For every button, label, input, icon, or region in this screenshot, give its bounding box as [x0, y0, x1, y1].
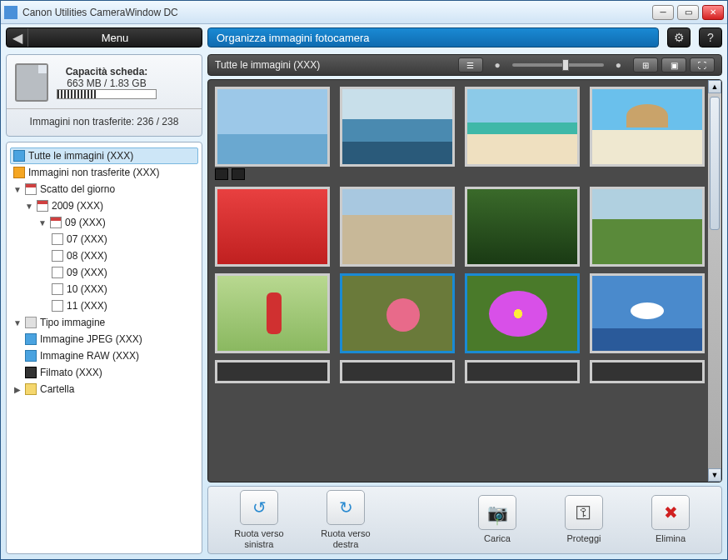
scrollbar-thumb[interactable] — [710, 97, 720, 230]
day-icon — [52, 250, 63, 262]
minimize-button[interactable]: ─ — [652, 5, 674, 20]
tree-label: Immagine JPEG (XXX) — [40, 333, 142, 345]
tree-by-day[interactable]: ▼ Scatto del giorno — [10, 181, 198, 198]
tree-panel: Tutte le immagini (XXX) Immagini non tra… — [6, 142, 202, 554]
thumbnail-view-button[interactable]: ⊞ — [633, 58, 658, 72]
tree-label: 11 (XXX) — [67, 300, 107, 312]
thumbnail[interactable] — [340, 87, 455, 167]
scroll-down-button[interactable]: ▼ — [708, 468, 721, 482]
scroll-up-button[interactable]: ▲ — [708, 80, 721, 93]
caret-icon[interactable]: ▼ — [38, 218, 47, 228]
raw-icon — [25, 350, 37, 362]
rotate-left-icon: ↺ — [240, 490, 278, 525]
tree-untransferred[interactable]: Immagini non trasferite (XXX) — [10, 164, 198, 181]
thumbnail[interactable] — [340, 360, 455, 383]
menu-label: Menu — [28, 32, 202, 44]
action-label: Carica — [484, 533, 511, 544]
rotate-left-button[interactable]: ↺ Ruota verso sinistra — [223, 490, 295, 550]
tree-by-type[interactable]: ▼ Tipo immagine — [10, 314, 198, 331]
thumbnail[interactable] — [215, 273, 330, 353]
thumbnail[interactable] — [215, 87, 330, 167]
action-label: Elimina — [656, 533, 686, 544]
tree-folder[interactable]: ▶ Cartella — [10, 381, 198, 398]
thumbnail[interactable] — [215, 187, 330, 267]
card-info-panel: Capacità scheda: 663 MB / 1.83 GB Immagi… — [6, 54, 202, 137]
day-icon — [52, 283, 63, 295]
thumbnail-selected[interactable] — [340, 273, 455, 353]
help-icon: ? — [707, 31, 714, 44]
thumbnail[interactable] — [215, 360, 330, 383]
tree-month[interactable]: ▼ 09 (XXX) — [10, 214, 198, 231]
close-button[interactable]: ✕ — [702, 5, 724, 20]
protect-button[interactable]: ⚿ Proteggi — [548, 495, 620, 544]
thumbnail[interactable] — [590, 360, 705, 383]
action-label: Ruota verso sinistra — [223, 528, 295, 550]
tree-day[interactable]: 11 (XXX) — [10, 298, 198, 314]
caret-icon[interactable]: ▼ — [25, 202, 33, 211]
folder-icon — [25, 383, 37, 395]
caret-icon[interactable]: ▼ — [13, 318, 22, 328]
day-icon — [52, 233, 63, 245]
maximize-button[interactable]: ▭ — [677, 5, 699, 20]
back-icon[interactable]: ◀ — [7, 28, 28, 47]
tree-label: 10 (XXX) — [67, 283, 107, 295]
upload-button[interactable]: 📷 Carica — [461, 495, 533, 544]
tree-jpeg[interactable]: Immagine JPEG (XXX) — [10, 331, 198, 348]
fullscreen-view-button[interactable]: ⛶ — [690, 58, 715, 72]
tree-label: Scatto del giorno — [40, 183, 115, 195]
action-label: Proteggi — [567, 533, 601, 544]
thumbnail[interactable] — [590, 273, 705, 353]
tree-day[interactable]: 08 (XXX) — [10, 248, 198, 264]
tree-label: Cartella — [40, 383, 74, 395]
tree-label: Immagini non trasferite (XXX) — [28, 167, 159, 178]
settings-button[interactable]: ⚙ — [667, 28, 691, 48]
help-button[interactable]: ? — [699, 28, 722, 48]
caret-icon[interactable]: ▼ — [13, 185, 22, 194]
tree-label: 08 (XXX) — [67, 250, 107, 262]
capacity-value: 663 MB / 1.83 GB — [57, 78, 157, 89]
untransferred-icon — [13, 167, 25, 178]
thumbnail[interactable] — [590, 187, 705, 267]
calendar-icon — [37, 200, 48, 212]
tree-label: 2009 (XXX) — [52, 200, 103, 212]
list-view-button[interactable]: ☰ — [458, 58, 483, 72]
tree-day[interactable]: 09 (XXX) — [10, 264, 198, 281]
thumbnail[interactable] — [340, 187, 455, 267]
caret-icon[interactable]: ▶ — [13, 385, 22, 394]
thumbnail[interactable] — [465, 187, 580, 267]
movie-icon — [25, 367, 37, 378]
thumbnail-selected[interactable] — [465, 273, 580, 353]
thumbnail[interactable] — [590, 87, 705, 167]
delete-button[interactable]: ✖ Elimina — [635, 495, 706, 544]
tree-day[interactable]: 07 (XXX) — [10, 231, 198, 248]
tree-label: 09 (XXX) — [67, 267, 107, 278]
sidebar: Capacità scheda: 663 MB / 1.83 GB Immagi… — [6, 54, 202, 554]
scrollbar[interactable]: ▲ ▼ — [708, 80, 721, 482]
rotate-right-icon: ↻ — [327, 490, 365, 525]
delete-icon: ✖ — [651, 495, 690, 530]
tree-day[interactable]: 10 (XXX) — [10, 281, 198, 298]
zoom-thumb[interactable] — [562, 59, 569, 71]
zoom-slider[interactable] — [512, 63, 604, 67]
rotate-right-button[interactable]: ↻ Ruota verso destra — [310, 490, 381, 550]
zoom-out-button[interactable]: ● — [491, 59, 504, 71]
tree-year[interactable]: ▼ 2009 (XXX) — [10, 198, 198, 214]
zoom-in-button[interactable]: ● — [612, 59, 625, 71]
tree-movie[interactable]: Filmato (XXX) — [10, 364, 198, 381]
preview-view-button[interactable]: ▣ — [661, 58, 686, 72]
tree-label: Filmato (XXX) — [40, 367, 102, 378]
calendar-icon — [50, 217, 62, 228]
tree-all-images[interactable]: Tutte le immagini (XXX) — [10, 148, 198, 164]
protect-icon: ⚿ — [565, 495, 603, 530]
tree-label: Immagine RAW (XXX) — [40, 350, 139, 362]
tree-label: 07 (XXX) — [67, 233, 107, 245]
menu-button[interactable]: ◀ Menu — [6, 28, 202, 48]
app-icon — [4, 6, 17, 19]
tree-label: Tipo immagine — [40, 317, 105, 328]
calendar-icon — [25, 183, 37, 195]
tree-raw[interactable]: Immagine RAW (XXX) — [10, 348, 198, 364]
action-label: Ruota verso destra — [310, 528, 381, 550]
thumbnail[interactable] — [465, 360, 580, 383]
thumbnail[interactable] — [465, 87, 580, 167]
slideshow-icon — [215, 168, 228, 180]
